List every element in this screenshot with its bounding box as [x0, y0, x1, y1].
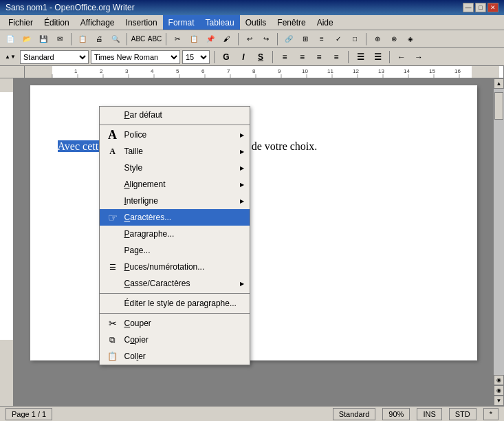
star-status: *: [483, 408, 498, 420]
new-button[interactable]: 📄: [3, 32, 18, 47]
align-justify-button[interactable]: ≡: [329, 50, 344, 65]
email-button[interactable]: ✉: [52, 32, 67, 47]
ctx-sep-2: [100, 293, 250, 294]
open-button[interactable]: 📂: [19, 32, 34, 47]
doc-area[interactable]: Avec cette astuce, surlignez dans la cou…: [14, 78, 493, 406]
menu-fichier[interactable]: Fichier: [3, 15, 39, 30]
ctx-par-defaut[interactable]: Par défaut: [100, 107, 250, 123]
minimize-button[interactable]: —: [463, 3, 474, 12]
format-brush[interactable]: 🖌: [219, 32, 234, 47]
scroll-thumb[interactable]: [494, 92, 503, 120]
spellcheck2-button[interactable]: ABC: [147, 32, 162, 47]
svg-text:13: 13: [378, 68, 384, 74]
separator-6: [366, 33, 366, 45]
ctx-couper[interactable]: ✂ Couper: [100, 315, 250, 332]
cut-button[interactable]: ✂: [170, 32, 185, 47]
ctx-puces[interactable]: ☰ Puces/numérotation...: [100, 259, 250, 275]
left-ruler: [0, 78, 14, 406]
svg-text:5: 5: [176, 68, 179, 74]
menu-affichage[interactable]: Affichage: [75, 15, 120, 30]
ctx-caracteres[interactable]: ☞ Caractères...: [100, 209, 250, 226]
undo-button[interactable]: ↩: [242, 32, 257, 47]
menu-edition[interactable]: Édition: [39, 15, 75, 30]
misc2-button[interactable]: ⊗: [386, 32, 402, 47]
list-button[interactable]: ☰: [353, 50, 368, 65]
paste-button[interactable]: 📌: [203, 32, 218, 47]
svg-rect-36: [0, 92, 14, 340]
copy-button[interactable]: 📋: [186, 32, 201, 47]
bold-button[interactable]: G: [219, 50, 234, 65]
style-select[interactable]: Standard: [20, 50, 89, 64]
indent-decrease-button[interactable]: ←: [394, 50, 409, 65]
ctx-label-page: Page...: [124, 246, 244, 255]
separator-1: [71, 33, 72, 45]
table2-button[interactable]: ≡: [314, 32, 329, 47]
svg-text:8: 8: [252, 68, 256, 74]
scroll-mid2-button[interactable]: ◉: [494, 385, 504, 396]
svg-text:2: 2: [100, 68, 103, 74]
ctx-page[interactable]: Page...: [100, 242, 250, 259]
check-button[interactable]: ✓: [331, 32, 346, 47]
form-button[interactable]: □: [347, 32, 362, 47]
preview-button[interactable]: 🔍: [108, 32, 123, 47]
ctx-paragraphe[interactable]: Paragraphe...: [100, 226, 250, 242]
ctx-editer-style[interactable]: Éditer le style de paragraphe...: [100, 295, 250, 312]
ctx-style[interactable]: Style: [100, 160, 250, 176]
std-status[interactable]: STD: [449, 408, 476, 420]
save-button[interactable]: 💾: [36, 32, 51, 47]
ctx-icon-alignement: [105, 179, 120, 190]
scroll-down-button[interactable]: ▼: [494, 396, 504, 406]
italic-button[interactable]: I: [236, 50, 251, 65]
ctx-label-couper: Couper: [124, 319, 244, 328]
ctx-icon-page: [105, 245, 120, 256]
font-select[interactable]: Times New Roman: [91, 50, 180, 64]
svg-text:7: 7: [227, 68, 230, 74]
svg-text:15: 15: [429, 68, 435, 74]
style-status: Standard: [333, 408, 376, 420]
menu-insertion[interactable]: Insertion: [120, 15, 163, 30]
pdf-button[interactable]: 📋: [75, 32, 90, 47]
scroll-up-button[interactable]: ▲: [494, 78, 504, 89]
svg-text:1: 1: [74, 68, 78, 74]
ctx-interligne[interactable]: Interligne: [100, 193, 250, 209]
spellcheck-button[interactable]: ABC: [131, 32, 146, 47]
svg-text:6: 6: [201, 68, 205, 74]
align-left-button[interactable]: ≡: [277, 50, 292, 65]
menu-aide[interactable]: Aide: [311, 15, 339, 30]
underline-button[interactable]: S: [253, 50, 268, 65]
size-select[interactable]: 15: [182, 50, 210, 64]
indent-increase-button[interactable]: →: [411, 50, 426, 65]
menu-format[interactable]: Format: [163, 15, 200, 30]
ctx-icon-paragraphe: [105, 228, 120, 239]
ctx-copier[interactable]: ⧉ Copier: [100, 332, 250, 348]
table-button[interactable]: ⊞: [298, 32, 313, 47]
menu-outils[interactable]: Outils: [240, 15, 272, 30]
ctx-casse[interactable]: Casse/Caractères: [100, 275, 250, 292]
menu-tableau[interactable]: Tableau: [200, 15, 240, 30]
ctx-coller[interactable]: 📋 Coller: [100, 348, 250, 365]
maximize-button[interactable]: □: [475, 3, 486, 12]
ctx-alignement[interactable]: Alignement: [100, 176, 250, 193]
scroll-mid1-button[interactable]: ◉: [494, 375, 504, 385]
align-right-button[interactable]: ≡: [311, 50, 327, 65]
align-center-button[interactable]: ≡: [294, 50, 309, 65]
print-button[interactable]: 🖨: [91, 32, 107, 47]
menu-fenetre[interactable]: Fenêtre: [272, 15, 311, 30]
separator-2: [127, 33, 127, 45]
ctx-taille[interactable]: A Taille: [100, 143, 250, 160]
ctx-icon-taille: A: [105, 146, 120, 157]
ctx-sep-1: [100, 125, 250, 125]
style-dropdown-btn[interactable]: ▲▼: [3, 50, 18, 65]
context-menu: Par défaut A Police A Taille Style: [99, 106, 250, 365]
ctx-police[interactable]: A Police: [100, 127, 250, 143]
ruler: 1 2 3 4 5 6 7 8 9 10 11 12 13 14 15 16: [0, 66, 504, 78]
close-button[interactable]: ✕: [487, 3, 498, 12]
ctx-label-puces: Puces/numérotation...: [124, 262, 244, 272]
ins-status[interactable]: INS: [417, 408, 441, 420]
redo-button[interactable]: ↪: [259, 32, 274, 47]
numberedlist-button[interactable]: ☰: [370, 50, 385, 65]
hyperlink-button[interactable]: 🔗: [281, 32, 296, 47]
misc1-button[interactable]: ⊕: [370, 32, 385, 47]
title-bar: Sans nom1 - OpenOffice.org Writer — □ ✕: [0, 0, 504, 15]
misc3-button[interactable]: ◈: [403, 32, 418, 47]
